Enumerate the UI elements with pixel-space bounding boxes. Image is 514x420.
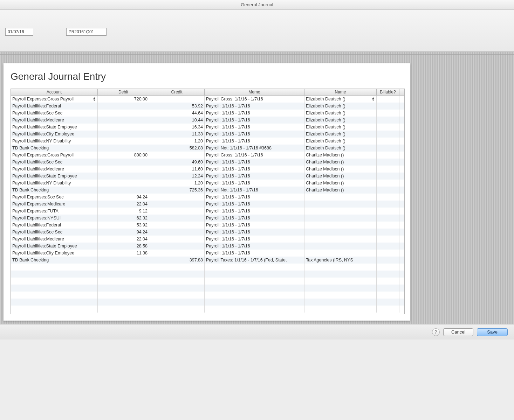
cell-credit[interactable] — [149, 194, 205, 201]
cell-billable[interactable] — [377, 292, 399, 299]
cell-credit[interactable] — [149, 243, 205, 250]
cell-account[interactable]: Payroll Liabilities:City Employee — [11, 131, 98, 138]
cell-billable[interactable] — [377, 103, 399, 110]
table-row[interactable] — [11, 292, 404, 299]
cell-name[interactable]: Elizabeth Deutsch () — [304, 138, 377, 145]
cell-billable[interactable] — [377, 243, 399, 250]
cell-account[interactable]: Payroll Liabilities:Medicare — [11, 236, 98, 243]
cell-credit[interactable]: 16.34 — [149, 124, 205, 131]
cell-name[interactable] — [304, 194, 377, 201]
cell-memo[interactable]: Payroll: 1/1/16 - 1/7/16 — [205, 222, 304, 229]
cell-credit[interactable]: 44.64 — [149, 110, 205, 117]
cell-name[interactable] — [304, 215, 377, 222]
cell-account[interactable]: Payroll Liabilities:City Employee — [11, 250, 98, 257]
cell-billable[interactable] — [377, 166, 399, 173]
col-header-memo[interactable]: Memo — [205, 89, 304, 95]
cell-account[interactable]: TD Bank Checking — [11, 145, 98, 152]
cell-name[interactable] — [304, 292, 377, 299]
cell-memo[interactable]: Payroll: 1/1/16 - 1/7/16 — [205, 180, 304, 187]
cell-credit[interactable] — [149, 215, 205, 222]
cell-billable[interactable] — [377, 236, 399, 243]
cell-billable[interactable] — [377, 159, 399, 166]
cell-debit[interactable] — [98, 131, 149, 138]
cell-debit[interactable] — [98, 292, 149, 299]
cell-account[interactable]: TD Bank Checking — [11, 187, 98, 194]
col-header-billable[interactable]: Billable? — [377, 89, 399, 95]
cell-memo[interactable]: Payroll: 1/1/16 - 1/7/16 — [205, 131, 304, 138]
cell-billable[interactable] — [377, 264, 399, 271]
cell-billable[interactable] — [377, 110, 399, 117]
cell-billable[interactable] — [377, 131, 399, 138]
cell-billable[interactable] — [377, 222, 399, 229]
table-row[interactable]: Payroll Expenses:FUTA9.12Payroll: 1/1/16… — [11, 208, 404, 215]
cell-memo[interactable]: Payroll: 1/1/16 - 1/7/16 — [205, 215, 304, 222]
cell-memo[interactable]: Payroll: 1/1/16 - 1/7/16 — [205, 243, 304, 250]
table-row[interactable]: Payroll Liabilities:State Employee12.24P… — [11, 173, 404, 180]
cell-memo[interactable]: Payroll: 1/1/16 - 1/7/16 — [205, 194, 304, 201]
cell-memo[interactable]: Payroll: 1/1/16 - 1/7/16 — [205, 138, 304, 145]
cell-billable[interactable] — [377, 201, 399, 208]
cell-billable[interactable] — [377, 187, 399, 194]
cell-memo[interactable]: Payroll: 1/1/16 - 1/7/16 — [205, 159, 304, 166]
cell-name[interactable] — [304, 278, 377, 285]
cell-credit[interactable] — [149, 278, 205, 285]
cell-memo[interactable]: Payroll Gross: 1/1/16 - 1/7/16 — [205, 152, 304, 159]
col-header-credit[interactable]: Credit — [149, 89, 205, 95]
cell-debit[interactable]: 720.00 — [98, 96, 149, 103]
table-row[interactable] — [11, 285, 404, 292]
cell-account[interactable] — [11, 285, 98, 292]
cell-billable[interactable] — [377, 194, 399, 201]
cell-name[interactable] — [304, 264, 377, 271]
cell-debit[interactable]: 22.04 — [98, 201, 149, 208]
cell-debit[interactable] — [98, 145, 149, 152]
cell-account[interactable]: TD Bank Checking — [11, 257, 98, 264]
cell-debit[interactable] — [98, 138, 149, 145]
cell-credit[interactable]: 49.60 — [149, 159, 205, 166]
table-row[interactable]: TD Bank Checking397.88Payroll Taxes: 1/1… — [11, 257, 404, 264]
cell-memo[interactable] — [205, 306, 304, 313]
cell-name[interactable]: Elizabeth Deutsch () — [304, 103, 377, 110]
date-field[interactable] — [5, 28, 33, 36]
cell-account[interactable] — [11, 271, 98, 278]
cell-billable[interactable] — [377, 152, 399, 159]
cell-account[interactable]: Payroll Liabilities:Soc Sec — [11, 110, 98, 117]
reference-field[interactable] — [66, 28, 107, 36]
cell-credit[interactable] — [149, 152, 205, 159]
cell-billable[interactable] — [377, 306, 399, 313]
table-row[interactable]: Payroll Liabilities:NY Disability1.20Pay… — [11, 138, 404, 145]
cell-billable[interactable] — [377, 278, 399, 285]
cell-name[interactable]: Charlize Madison () — [304, 159, 377, 166]
table-row[interactable]: Payroll Liabilities:State Employee16.34P… — [11, 124, 404, 131]
cell-name[interactable] — [304, 306, 377, 313]
cell-name[interactable]: Elizabeth Deutsch () — [304, 124, 377, 131]
cell-name[interactable]: Charlize Madison () — [304, 152, 377, 159]
table-row[interactable]: Payroll Liabilities:City Employee11.38Pa… — [11, 131, 404, 138]
cell-billable[interactable] — [377, 208, 399, 215]
cell-account[interactable]: Payroll Expenses:FUTA — [11, 208, 98, 215]
save-button[interactable]: Save — [477, 328, 508, 336]
cell-account[interactable] — [11, 292, 98, 299]
table-row[interactable]: Payroll Liabilities:Medicare11.60Payroll… — [11, 166, 404, 173]
col-header-account[interactable]: Account — [11, 89, 98, 95]
cell-account[interactable]: Payroll Expenses:Soc Sec — [11, 194, 98, 201]
cell-credit[interactable] — [149, 285, 205, 292]
cell-debit[interactable] — [98, 173, 149, 180]
cell-debit[interactable] — [98, 264, 149, 271]
cell-debit[interactable]: 62.32 — [98, 215, 149, 222]
stepper-icon[interactable]: ▲▼ — [372, 97, 375, 102]
cell-debit[interactable] — [98, 103, 149, 110]
cell-debit[interactable] — [98, 299, 149, 306]
table-row[interactable]: Payroll Expenses:Medicare22.04Payroll: 1… — [11, 201, 404, 208]
table-row[interactable]: Payroll Liabilities:Medicare22.04Payroll… — [11, 236, 404, 243]
cell-debit[interactable] — [98, 271, 149, 278]
cell-billable[interactable] — [377, 215, 399, 222]
cell-debit[interactable]: 94.24 — [98, 194, 149, 201]
cell-account[interactable]: Payroll Liabilities:NY Disability — [11, 138, 98, 145]
cell-memo[interactable] — [205, 271, 304, 278]
cell-account[interactable]: Payroll Liabilities:Soc Sec — [11, 229, 98, 236]
cell-credit[interactable]: 725.36 — [149, 187, 205, 194]
cell-debit[interactable]: 94.24 — [98, 229, 149, 236]
cell-account[interactable]: Payroll Liabilities:NY Disability — [11, 180, 98, 187]
table-row[interactable]: TD Bank Checking725.36Payroll Net: 1/1/1… — [11, 187, 404, 194]
cell-credit[interactable] — [149, 292, 205, 299]
